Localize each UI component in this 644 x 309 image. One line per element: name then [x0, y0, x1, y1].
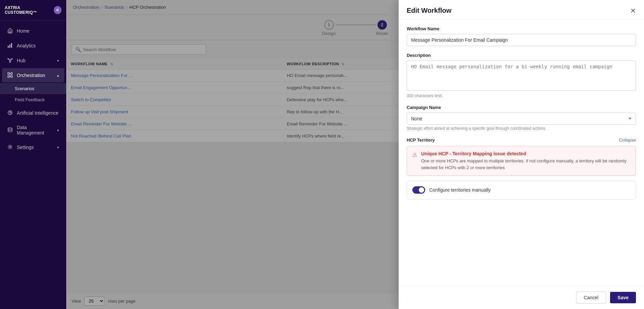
edit-panel-footer: Cancel Save: [399, 286, 644, 309]
sidebar-item-data-management[interactable]: Data Management ▾: [2, 121, 64, 140]
toggle-thumb: [419, 187, 424, 193]
workflow-name-input[interactable]: [407, 34, 636, 46]
edit-panel-title: Edit Workflow: [407, 7, 451, 14]
alert-icon: ⚠: [412, 152, 417, 158]
hcp-territory-header: HCP Territory Collapse: [407, 138, 636, 143]
chevron-down-icon: ▾: [57, 146, 59, 149]
close-button[interactable]: ✕: [630, 7, 636, 14]
sidebar-item-scenarios[interactable]: Scenarios: [0, 83, 66, 94]
sidebar-item-field-feedback[interactable]: Field Feedback: [0, 94, 66, 105]
hub-icon: [7, 57, 13, 64]
toggle-track: [412, 186, 425, 194]
alert-title: Unique HCP - Territory Mapping issue det…: [421, 151, 630, 156]
svg-point-21: [9, 146, 11, 148]
svg-point-19: [10, 112, 10, 113]
edit-workflow-panel: Edit Workflow ✕ Workflow Name Descriptio…: [399, 0, 644, 309]
sidebar-item-orchestration[interactable]: Orchestration ▴: [2, 68, 64, 82]
avatar: K: [54, 6, 62, 14]
sidebar-item-label: Settings: [17, 145, 34, 150]
sidebar-item-ai[interactable]: Artificial Intelligence: [2, 106, 64, 120]
char-limit-text: 300 characters limit.: [407, 93, 636, 98]
sidebar: AXTRIA CUSTOMERIQ™ K Home Analytic: [0, 0, 66, 309]
svg-point-7: [10, 62, 11, 63]
campaign-hint: Strategic effort aimed at achieving a sp…: [407, 126, 636, 131]
svg-rect-3: [11, 43, 12, 48]
svg-rect-2: [9, 44, 10, 48]
main-content: Orchestration › Scenarios › HCP Orchestr…: [66, 0, 644, 309]
description-group: Description 300 characters limit.: [407, 53, 636, 98]
home-icon: [7, 28, 13, 34]
collapse-link[interactable]: Collapse: [619, 138, 636, 143]
svg-rect-0: [9, 31, 11, 33]
settings-icon: [7, 144, 13, 150]
sidebar-item-label: Analytics: [17, 43, 36, 48]
territory-toggle-row: Configure territories manually: [407, 181, 636, 199]
data-icon: [7, 127, 13, 133]
ai-icon: [7, 110, 13, 116]
analytics-icon: [7, 43, 13, 49]
sidebar-nav: Home Analytics: [0, 21, 66, 309]
logo-text: AXTRIA CUSTOMERIQ™: [5, 5, 51, 15]
svg-line-8: [9, 59, 9, 60]
edit-panel-header: Edit Workflow ✕: [399, 0, 644, 20]
svg-rect-1: [8, 46, 9, 48]
alert-content: Unique HCP - Territory Mapping issue det…: [421, 151, 630, 171]
svg-rect-11: [8, 73, 9, 74]
sidebar-item-label: Home: [17, 28, 29, 34]
sidebar-item-label: Orchestration: [17, 73, 45, 78]
edit-panel-body: Workflow Name Description 300 characters…: [399, 20, 644, 286]
svg-rect-14: [11, 76, 12, 77]
cancel-button[interactable]: Cancel: [576, 292, 606, 304]
campaign-name-group: Campaign Name None Strategic effort aime…: [407, 105, 636, 131]
chevron-down-icon: ▾: [57, 59, 59, 63]
sidebar-item-hub[interactable]: Hub ▾: [2, 53, 64, 68]
hcp-alert-box: ⚠ Unique HCP - Territory Mapping issue d…: [407, 146, 636, 176]
chevron-down-icon: ▾: [57, 128, 59, 132]
configure-territories-toggle[interactable]: [412, 186, 425, 194]
sidebar-item-label: Hub: [17, 58, 26, 63]
workflow-name-group: Workflow Name: [407, 26, 636, 46]
sidebar-sub-menu: Scenarios Field Feedback: [0, 83, 66, 105]
description-label: Description: [407, 53, 636, 58]
svg-point-6: [11, 59, 12, 60]
orchestration-icon: [7, 72, 13, 78]
alert-text: One or more HCPs are mapped to multiple …: [421, 158, 630, 171]
sidebar-item-label: Data Management: [17, 125, 54, 136]
sidebar-logo: AXTRIA CUSTOMERIQ™ K: [0, 0, 66, 21]
svg-point-5: [8, 59, 9, 60]
sidebar-item-label: Artificial Intelligence: [17, 110, 58, 116]
description-textarea[interactable]: [407, 61, 636, 91]
configure-territories-label: Configure territories manually: [429, 187, 491, 193]
workflow-name-label: Workflow Name: [407, 26, 636, 31]
svg-line-9: [11, 59, 12, 60]
svg-point-4: [9, 60, 11, 61]
sidebar-item-home[interactable]: Home: [2, 24, 64, 38]
chevron-up-icon: ▴: [57, 74, 59, 77]
svg-rect-12: [11, 73, 12, 74]
svg-point-20: [8, 128, 12, 129]
svg-rect-13: [8, 76, 9, 77]
hcp-territory-group: HCP Territory Collapse ⚠ Unique HCP - Te…: [407, 138, 636, 199]
save-button[interactable]: Save: [610, 292, 636, 303]
sidebar-item-settings[interactable]: Settings ▾: [2, 140, 64, 154]
campaign-name-select[interactable]: None: [407, 113, 636, 125]
hcp-territory-label: HCP Territory: [407, 138, 435, 143]
campaign-name-label: Campaign Name: [407, 105, 636, 110]
sidebar-item-analytics[interactable]: Analytics: [2, 39, 64, 53]
